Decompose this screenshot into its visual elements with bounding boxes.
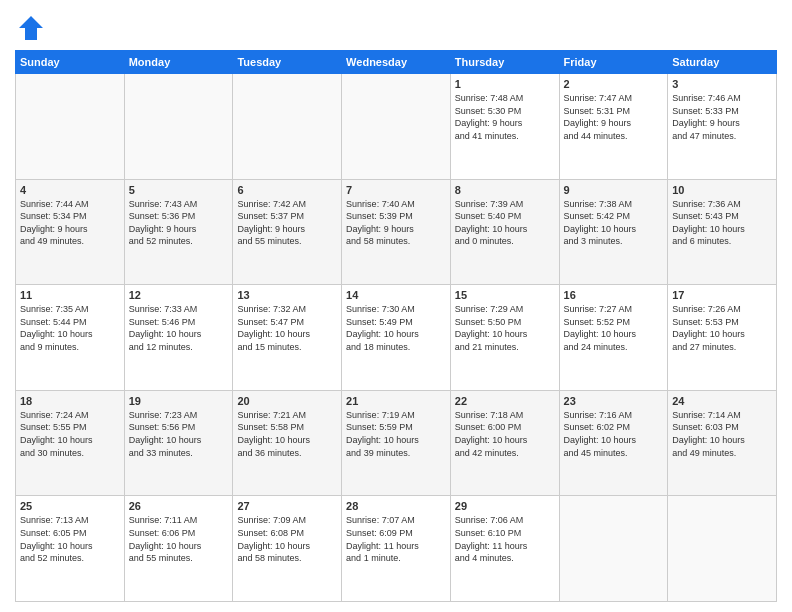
day-info: Sunrise: 7:23 AM Sunset: 5:56 PM Dayligh…: [129, 409, 229, 459]
day-number: 26: [129, 500, 229, 512]
day-info: Sunrise: 7:44 AM Sunset: 5:34 PM Dayligh…: [20, 198, 120, 248]
day-number: 14: [346, 289, 446, 301]
day-info: Sunrise: 7:06 AM Sunset: 6:10 PM Dayligh…: [455, 514, 555, 564]
day-info: Sunrise: 7:07 AM Sunset: 6:09 PM Dayligh…: [346, 514, 446, 564]
day-cell: 22Sunrise: 7:18 AM Sunset: 6:00 PM Dayli…: [450, 390, 559, 496]
day-number: 28: [346, 500, 446, 512]
day-number: 17: [672, 289, 772, 301]
day-cell: [124, 74, 233, 180]
day-cell: 14Sunrise: 7:30 AM Sunset: 5:49 PM Dayli…: [342, 285, 451, 391]
day-info: Sunrise: 7:39 AM Sunset: 5:40 PM Dayligh…: [455, 198, 555, 248]
day-info: Sunrise: 7:47 AM Sunset: 5:31 PM Dayligh…: [564, 92, 664, 142]
week-row-0: 1Sunrise: 7:48 AM Sunset: 5:30 PM Daylig…: [16, 74, 777, 180]
day-cell: 13Sunrise: 7:32 AM Sunset: 5:47 PM Dayli…: [233, 285, 342, 391]
week-row-4: 25Sunrise: 7:13 AM Sunset: 6:05 PM Dayli…: [16, 496, 777, 602]
day-cell: 23Sunrise: 7:16 AM Sunset: 6:02 PM Dayli…: [559, 390, 668, 496]
day-info: Sunrise: 7:42 AM Sunset: 5:37 PM Dayligh…: [237, 198, 337, 248]
day-cell: 19Sunrise: 7:23 AM Sunset: 5:56 PM Dayli…: [124, 390, 233, 496]
day-number: 9: [564, 184, 664, 196]
page: SundayMondayTuesdayWednesdayThursdayFrid…: [0, 0, 792, 612]
day-number: 10: [672, 184, 772, 196]
day-cell: 4Sunrise: 7:44 AM Sunset: 5:34 PM Daylig…: [16, 179, 125, 285]
day-cell: [342, 74, 451, 180]
day-cell: 7Sunrise: 7:40 AM Sunset: 5:39 PM Daylig…: [342, 179, 451, 285]
day-info: Sunrise: 7:48 AM Sunset: 5:30 PM Dayligh…: [455, 92, 555, 142]
day-number: 2: [564, 78, 664, 90]
day-number: 13: [237, 289, 337, 301]
day-number: 19: [129, 395, 229, 407]
day-number: 5: [129, 184, 229, 196]
day-info: Sunrise: 7:29 AM Sunset: 5:50 PM Dayligh…: [455, 303, 555, 353]
day-info: Sunrise: 7:30 AM Sunset: 5:49 PM Dayligh…: [346, 303, 446, 353]
day-cell: 20Sunrise: 7:21 AM Sunset: 5:58 PM Dayli…: [233, 390, 342, 496]
week-row-2: 11Sunrise: 7:35 AM Sunset: 5:44 PM Dayli…: [16, 285, 777, 391]
day-info: Sunrise: 7:26 AM Sunset: 5:53 PM Dayligh…: [672, 303, 772, 353]
day-cell: 28Sunrise: 7:07 AM Sunset: 6:09 PM Dayli…: [342, 496, 451, 602]
header-cell-saturday: Saturday: [668, 51, 777, 74]
logo-icon: [17, 14, 45, 42]
day-number: 22: [455, 395, 555, 407]
day-info: Sunrise: 7:27 AM Sunset: 5:52 PM Dayligh…: [564, 303, 664, 353]
day-info: Sunrise: 7:18 AM Sunset: 6:00 PM Dayligh…: [455, 409, 555, 459]
day-cell: 17Sunrise: 7:26 AM Sunset: 5:53 PM Dayli…: [668, 285, 777, 391]
day-number: 20: [237, 395, 337, 407]
day-info: Sunrise: 7:33 AM Sunset: 5:46 PM Dayligh…: [129, 303, 229, 353]
day-cell: 24Sunrise: 7:14 AM Sunset: 6:03 PM Dayli…: [668, 390, 777, 496]
day-cell: 9Sunrise: 7:38 AM Sunset: 5:42 PM Daylig…: [559, 179, 668, 285]
header-cell-friday: Friday: [559, 51, 668, 74]
week-row-3: 18Sunrise: 7:24 AM Sunset: 5:55 PM Dayli…: [16, 390, 777, 496]
day-cell: 8Sunrise: 7:39 AM Sunset: 5:40 PM Daylig…: [450, 179, 559, 285]
day-cell: 2Sunrise: 7:47 AM Sunset: 5:31 PM Daylig…: [559, 74, 668, 180]
day-number: 25: [20, 500, 120, 512]
day-info: Sunrise: 7:32 AM Sunset: 5:47 PM Dayligh…: [237, 303, 337, 353]
day-info: Sunrise: 7:11 AM Sunset: 6:06 PM Dayligh…: [129, 514, 229, 564]
day-number: 21: [346, 395, 446, 407]
day-cell: 26Sunrise: 7:11 AM Sunset: 6:06 PM Dayli…: [124, 496, 233, 602]
day-info: Sunrise: 7:43 AM Sunset: 5:36 PM Dayligh…: [129, 198, 229, 248]
day-number: 3: [672, 78, 772, 90]
day-info: Sunrise: 7:13 AM Sunset: 6:05 PM Dayligh…: [20, 514, 120, 564]
day-info: Sunrise: 7:21 AM Sunset: 5:58 PM Dayligh…: [237, 409, 337, 459]
svg-marker-0: [19, 16, 43, 40]
day-cell: 12Sunrise: 7:33 AM Sunset: 5:46 PM Dayli…: [124, 285, 233, 391]
header-row: SundayMondayTuesdayWednesdayThursdayFrid…: [16, 51, 777, 74]
day-number: 24: [672, 395, 772, 407]
day-number: 1: [455, 78, 555, 90]
header-cell-thursday: Thursday: [450, 51, 559, 74]
day-info: Sunrise: 7:36 AM Sunset: 5:43 PM Dayligh…: [672, 198, 772, 248]
day-cell: 21Sunrise: 7:19 AM Sunset: 5:59 PM Dayli…: [342, 390, 451, 496]
day-cell: [233, 74, 342, 180]
header-cell-wednesday: Wednesday: [342, 51, 451, 74]
logo: [15, 14, 45, 42]
header-cell-monday: Monday: [124, 51, 233, 74]
day-cell: 5Sunrise: 7:43 AM Sunset: 5:36 PM Daylig…: [124, 179, 233, 285]
day-cell: 25Sunrise: 7:13 AM Sunset: 6:05 PM Dayli…: [16, 496, 125, 602]
day-number: 12: [129, 289, 229, 301]
day-info: Sunrise: 7:09 AM Sunset: 6:08 PM Dayligh…: [237, 514, 337, 564]
day-number: 6: [237, 184, 337, 196]
day-info: Sunrise: 7:40 AM Sunset: 5:39 PM Dayligh…: [346, 198, 446, 248]
day-cell: 3Sunrise: 7:46 AM Sunset: 5:33 PM Daylig…: [668, 74, 777, 180]
header-cell-sunday: Sunday: [16, 51, 125, 74]
day-number: 11: [20, 289, 120, 301]
day-cell: 1Sunrise: 7:48 AM Sunset: 5:30 PM Daylig…: [450, 74, 559, 180]
day-info: Sunrise: 7:38 AM Sunset: 5:42 PM Dayligh…: [564, 198, 664, 248]
day-cell: 16Sunrise: 7:27 AM Sunset: 5:52 PM Dayli…: [559, 285, 668, 391]
day-number: 8: [455, 184, 555, 196]
day-number: 7: [346, 184, 446, 196]
day-info: Sunrise: 7:16 AM Sunset: 6:02 PM Dayligh…: [564, 409, 664, 459]
day-info: Sunrise: 7:35 AM Sunset: 5:44 PM Dayligh…: [20, 303, 120, 353]
week-row-1: 4Sunrise: 7:44 AM Sunset: 5:34 PM Daylig…: [16, 179, 777, 285]
day-number: 16: [564, 289, 664, 301]
day-cell: [16, 74, 125, 180]
day-number: 29: [455, 500, 555, 512]
day-number: 27: [237, 500, 337, 512]
day-info: Sunrise: 7:19 AM Sunset: 5:59 PM Dayligh…: [346, 409, 446, 459]
day-number: 23: [564, 395, 664, 407]
day-cell: 6Sunrise: 7:42 AM Sunset: 5:37 PM Daylig…: [233, 179, 342, 285]
day-info: Sunrise: 7:24 AM Sunset: 5:55 PM Dayligh…: [20, 409, 120, 459]
calendar-table: SundayMondayTuesdayWednesdayThursdayFrid…: [15, 50, 777, 602]
day-cell: [559, 496, 668, 602]
day-cell: 11Sunrise: 7:35 AM Sunset: 5:44 PM Dayli…: [16, 285, 125, 391]
day-number: 4: [20, 184, 120, 196]
